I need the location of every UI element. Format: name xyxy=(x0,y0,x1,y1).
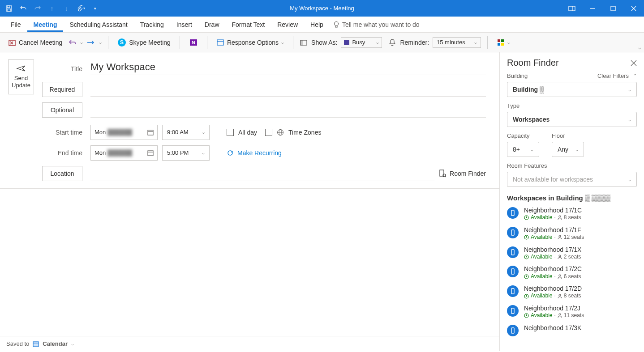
workspace-item[interactable]: Neighborhood 17/1CAvailable · 8 seats xyxy=(507,206,637,221)
arrow-down-icon[interactable]: ↓ xyxy=(60,2,73,15)
tab-insert[interactable]: Insert xyxy=(170,17,198,32)
showas-icon xyxy=(300,39,308,46)
start-time-label: Start time xyxy=(56,125,82,140)
required-button[interactable]: Required xyxy=(42,82,82,97)
cancel-meeting-button[interactable]: Cancel Meeting xyxy=(5,37,65,48)
svg-point-47 xyxy=(559,255,561,257)
chevron-down-icon[interactable]: ⌵ xyxy=(80,40,83,45)
start-time-select[interactable]: 9:00 AM⌵ xyxy=(162,125,210,140)
workspace-name: Neighborhood 17/1C xyxy=(524,206,582,214)
chevron-down-icon: ⌵ xyxy=(628,117,631,122)
collapse-ribbon-icon[interactable]: ⌵ xyxy=(638,45,641,51)
tab-review[interactable]: Review xyxy=(271,17,304,32)
room-finder-toggle[interactable]: Room Finder xyxy=(439,170,486,178)
undo-icon[interactable] xyxy=(17,2,30,15)
svg-rect-54 xyxy=(511,308,514,314)
chevron-down-icon: ⌵ xyxy=(628,87,631,92)
building-select[interactable]: Building ▒⌵ xyxy=(507,82,637,97)
forward-arrow-icon[interactable] xyxy=(86,40,95,45)
timezones-checkbox[interactable] xyxy=(265,129,272,136)
location-button[interactable]: Location xyxy=(42,166,82,181)
required-input[interactable] xyxy=(90,81,486,96)
reminder-select[interactable]: 15 minutes ⌵ xyxy=(433,37,481,48)
meeting-body[interactable] xyxy=(0,189,499,336)
chevron-down-icon[interactable]: ⌵ xyxy=(99,40,102,45)
tab-format-text[interactable]: Format Text xyxy=(226,17,271,32)
workspace-item[interactable]: Neighborhood 17/1FAvailable · 12 seats xyxy=(507,226,637,241)
room-finder-icon xyxy=(439,170,446,178)
capacity-select[interactable]: 8+⌵ xyxy=(507,142,539,157)
workspace-item[interactable]: Neighborhood 17/2JAvailable · 11 seats xyxy=(507,304,637,319)
showas-select[interactable]: Busy ⌵ xyxy=(341,37,382,48)
floor-select[interactable]: Any⌵ xyxy=(552,142,584,157)
workspace-item[interactable]: Neighborhood 17/1XAvailable · 2 seats xyxy=(507,246,637,261)
calendar-name[interactable]: Calendar xyxy=(43,340,68,347)
location-input[interactable] xyxy=(90,166,434,181)
window-title: My Workspace - Meeting xyxy=(290,5,354,12)
workspace-item[interactable]: Neighborhood 17/2CAvailable · 6 seats xyxy=(507,265,637,280)
categorize-button[interactable]: ⌵ xyxy=(494,37,513,48)
close-icon[interactable] xyxy=(631,60,637,66)
title-input[interactable]: My Workspace xyxy=(90,59,486,75)
ribbon-display-icon[interactable] xyxy=(562,0,582,17)
make-recurring-button[interactable]: Make Recurring xyxy=(227,149,282,157)
response-options-button[interactable]: Response Options ⌵ xyxy=(214,37,287,48)
svg-rect-39 xyxy=(511,210,514,216)
workspace-meta: Available · 8 seats xyxy=(524,214,582,221)
tab-help[interactable]: Help xyxy=(304,17,330,32)
undo-icon[interactable] xyxy=(69,39,77,46)
workspace-meta: Available · 6 seats xyxy=(524,273,582,280)
skype-meeting-button[interactable]: S Skype Meeting xyxy=(115,36,173,49)
save-icon[interactable] xyxy=(3,2,15,15)
tab-file[interactable]: File xyxy=(4,17,27,32)
chevron-down-icon: ⌵ xyxy=(507,40,510,45)
svg-point-44 xyxy=(559,235,561,237)
maximize-icon[interactable] xyxy=(603,0,623,17)
attachment-icon[interactable]: ▾ xyxy=(74,2,87,15)
optional-button[interactable]: Optional xyxy=(42,102,82,118)
workspace-item[interactable]: Neighborhood 17/3K xyxy=(507,324,637,336)
separator xyxy=(180,36,180,49)
start-date-input[interactable]: Mon ██████ xyxy=(90,125,158,140)
svg-rect-42 xyxy=(511,230,514,235)
chevron-up-icon[interactable]: ⌃ xyxy=(633,73,637,78)
onenote-button[interactable]: N xyxy=(186,36,201,49)
features-select: Not available for workspaces⌵ xyxy=(507,172,637,187)
workspace-icon xyxy=(507,207,519,219)
workspace-meta: Available · 12 seats xyxy=(524,234,584,241)
chevron-down-icon[interactable]: ⌵ xyxy=(71,341,74,346)
send-update-button[interactable]: Send Update xyxy=(8,59,34,94)
showas-label: Show As: xyxy=(311,39,337,46)
svg-point-56 xyxy=(559,314,561,315)
lightbulb-icon xyxy=(333,21,339,28)
svg-rect-51 xyxy=(511,288,514,294)
busy-color-icon xyxy=(344,40,349,45)
minimize-icon[interactable] xyxy=(582,0,603,17)
end-time-select[interactable]: 5:00 PM⌵ xyxy=(162,145,210,161)
close-icon[interactable] xyxy=(623,0,644,17)
optional-input[interactable] xyxy=(90,102,486,118)
end-date-input[interactable]: Mon ██████ xyxy=(90,145,158,161)
clear-filters-button[interactable]: Clear Filters xyxy=(597,72,629,79)
arrow-up-icon[interactable]: ↑ xyxy=(46,2,58,15)
workspace-icon xyxy=(507,305,519,317)
tab-tracking[interactable]: Tracking xyxy=(134,17,170,32)
svg-rect-17 xyxy=(217,40,223,45)
workspace-icon xyxy=(507,285,519,297)
workspace-name: Neighborhood 17/2C xyxy=(524,265,582,273)
workspace-item[interactable]: Neighborhood 17/2DAvailable · 8 seats xyxy=(507,284,637,300)
workspace-name: Neighborhood 17/2D xyxy=(524,284,582,293)
type-select[interactable]: Workspaces⌵ xyxy=(507,112,637,127)
status-bar: Saved to Calendar ⌵ xyxy=(0,336,499,351)
tab-scheduling-assistant[interactable]: Scheduling Assistant xyxy=(63,17,133,32)
customize-qa-icon[interactable]: ▾ xyxy=(89,2,101,15)
tab-meeting[interactable]: Meeting xyxy=(27,17,64,32)
tab-draw[interactable]: Draw xyxy=(198,17,226,32)
skype-icon: S xyxy=(117,38,126,47)
allday-checkbox[interactable] xyxy=(227,129,234,136)
svg-rect-45 xyxy=(511,250,514,255)
redo-icon[interactable] xyxy=(31,2,44,15)
calendar-icon xyxy=(147,129,154,136)
tell-me-search[interactable]: Tell me what you want to do xyxy=(333,21,420,28)
allday-label: All day xyxy=(238,129,257,136)
